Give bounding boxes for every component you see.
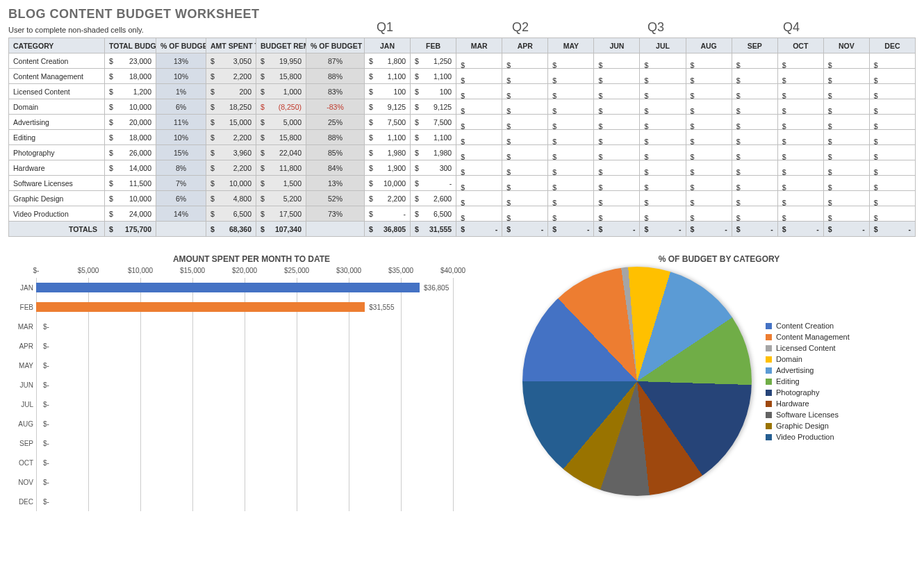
- cell-month[interactable]: [732, 206, 777, 222]
- cell-category[interactable]: Licensed Content: [9, 84, 105, 99]
- cell-month[interactable]: [732, 176, 777, 191]
- cell-month[interactable]: [777, 69, 823, 84]
- cell-month[interactable]: [502, 99, 548, 115]
- cell-month[interactable]: 1,250: [411, 53, 456, 69]
- cell-month[interactable]: [548, 84, 594, 99]
- cell-month[interactable]: [594, 206, 640, 222]
- cell-month[interactable]: [823, 84, 869, 99]
- cell-month[interactable]: [686, 84, 732, 99]
- cell-month[interactable]: [823, 130, 869, 145]
- cell-month[interactable]: [732, 115, 777, 130]
- cell-month[interactable]: [777, 206, 823, 222]
- cell-month[interactable]: [732, 130, 777, 145]
- cell-month[interactable]: [686, 160, 732, 176]
- cell-month[interactable]: [456, 145, 502, 160]
- cell-month[interactable]: [502, 145, 548, 160]
- cell-month[interactable]: 1,980: [411, 145, 456, 160]
- cell-month[interactable]: [548, 191, 594, 206]
- cell-month[interactable]: [823, 145, 869, 160]
- cell-month[interactable]: [502, 69, 548, 84]
- cell-month[interactable]: 1,100: [411, 130, 456, 145]
- cell-month[interactable]: [594, 115, 640, 130]
- cell-total[interactable]: 10,000: [105, 191, 156, 206]
- cell-month[interactable]: [869, 145, 915, 160]
- cell-month[interactable]: [456, 84, 502, 99]
- cell-month[interactable]: [594, 99, 640, 115]
- cell-month[interactable]: -: [365, 206, 411, 222]
- cell-month[interactable]: 1,100: [365, 130, 411, 145]
- cell-month[interactable]: [548, 145, 594, 160]
- cell-month[interactable]: [640, 115, 686, 130]
- cell-total[interactable]: 26,000: [105, 145, 156, 160]
- cell-month[interactable]: 2,200: [365, 191, 411, 206]
- cell-month[interactable]: [502, 53, 548, 69]
- cell-month[interactable]: [777, 53, 823, 69]
- cell-category[interactable]: Video Production: [9, 206, 105, 222]
- cell-category[interactable]: Domain: [9, 99, 105, 115]
- cell-month[interactable]: [823, 191, 869, 206]
- cell-month[interactable]: [869, 206, 915, 222]
- cell-month[interactable]: [502, 160, 548, 176]
- cell-month[interactable]: [686, 115, 732, 130]
- cell-category[interactable]: Editing: [9, 130, 105, 145]
- cell-category[interactable]: Content Management: [9, 69, 105, 84]
- cell-month[interactable]: [594, 191, 640, 206]
- cell-total[interactable]: 18,000: [105, 69, 156, 84]
- cell-month[interactable]: [456, 206, 502, 222]
- cell-month[interactable]: [640, 176, 686, 191]
- cell-month[interactable]: [456, 99, 502, 115]
- cell-month[interactable]: [502, 191, 548, 206]
- cell-category[interactable]: Advertising: [9, 115, 105, 130]
- cell-month[interactable]: 300: [411, 160, 456, 176]
- cell-month[interactable]: [594, 84, 640, 99]
- cell-month[interactable]: [640, 69, 686, 84]
- cell-month[interactable]: [869, 130, 915, 145]
- cell-month[interactable]: [502, 176, 548, 191]
- cell-month[interactable]: [640, 53, 686, 69]
- cell-month[interactable]: [823, 69, 869, 84]
- cell-month[interactable]: [640, 99, 686, 115]
- cell-month[interactable]: [732, 145, 777, 160]
- cell-total[interactable]: 24,000: [105, 206, 156, 222]
- cell-month[interactable]: [732, 99, 777, 115]
- cell-month[interactable]: 1,100: [365, 69, 411, 84]
- cell-month[interactable]: [686, 191, 732, 206]
- cell-month[interactable]: [777, 176, 823, 191]
- cell-month[interactable]: [456, 191, 502, 206]
- cell-total[interactable]: 20,000: [105, 115, 156, 130]
- cell-month[interactable]: [823, 176, 869, 191]
- cell-month[interactable]: 1,100: [411, 69, 456, 84]
- cell-month[interactable]: 6,500: [411, 206, 456, 222]
- cell-month[interactable]: [594, 145, 640, 160]
- cell-month[interactable]: [686, 99, 732, 115]
- cell-category[interactable]: Content Creation: [9, 53, 105, 69]
- cell-month[interactable]: [823, 115, 869, 130]
- cell-total[interactable]: 1,200: [105, 84, 156, 99]
- cell-month[interactable]: [869, 84, 915, 99]
- cell-month[interactable]: 9,125: [365, 99, 411, 115]
- cell-month[interactable]: 1,900: [365, 160, 411, 176]
- cell-month[interactable]: [548, 99, 594, 115]
- cell-total[interactable]: 23,000: [105, 53, 156, 69]
- cell-category[interactable]: Graphic Design: [9, 191, 105, 206]
- cell-total[interactable]: 18,000: [105, 130, 156, 145]
- cell-month[interactable]: [456, 130, 502, 145]
- cell-month[interactable]: [456, 69, 502, 84]
- cell-month[interactable]: [686, 206, 732, 222]
- cell-month[interactable]: [732, 84, 777, 99]
- cell-month[interactable]: -: [411, 176, 456, 191]
- cell-month[interactable]: 7,500: [411, 115, 456, 130]
- cell-month[interactable]: [732, 160, 777, 176]
- cell-month[interactable]: 1,800: [365, 53, 411, 69]
- cell-month[interactable]: [548, 206, 594, 222]
- cell-month[interactable]: [777, 84, 823, 99]
- cell-month[interactable]: [869, 115, 915, 130]
- cell-category[interactable]: Hardware: [9, 160, 105, 176]
- cell-month[interactable]: [777, 160, 823, 176]
- cell-month[interactable]: [640, 84, 686, 99]
- cell-month[interactable]: [823, 160, 869, 176]
- cell-month[interactable]: [823, 53, 869, 69]
- cell-month[interactable]: [640, 191, 686, 206]
- cell-month[interactable]: [823, 99, 869, 115]
- cell-category[interactable]: Photography: [9, 145, 105, 160]
